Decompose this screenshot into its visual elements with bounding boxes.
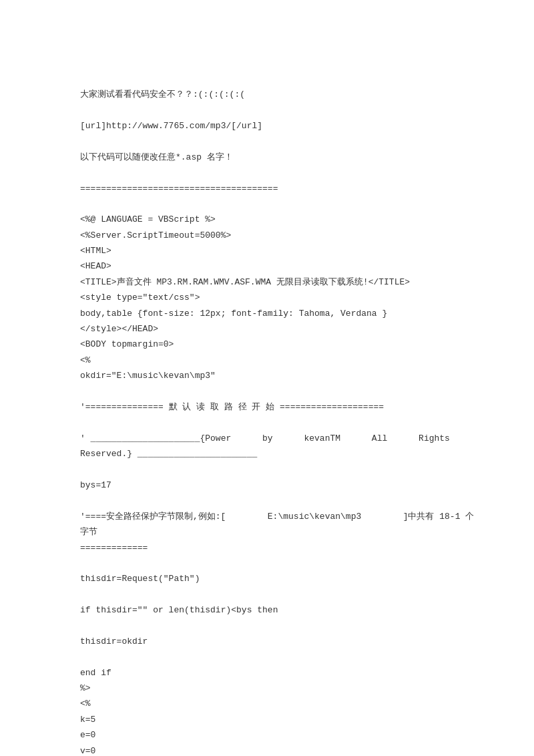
- code-line-l31: =============: [80, 540, 481, 556]
- code-line-l43: e=0: [80, 727, 481, 743]
- code-line-l13: <HTML>: [80, 243, 481, 258]
- code-line-l37: thisdir=okdir: [80, 634, 481, 649]
- code-line-l40: %>: [80, 681, 481, 696]
- code-line-l41: <%: [80, 696, 481, 711]
- code-line-l7: 以下代码可以随便改任意*.asp 名字！: [80, 150, 481, 165]
- code-line-l17: body,table {font-size: 12px; font-family…: [80, 306, 481, 321]
- code-line-l8: [80, 165, 481, 180]
- code-line-l18: </style></HEAD>: [80, 321, 481, 337]
- code-line-l34: [80, 587, 481, 602]
- code-line-l28: bys=17: [80, 478, 481, 493]
- code-line-l27: [80, 462, 481, 478]
- code-line-l3: 大家测试看看代码安全不？？:(:(:(:(:(: [80, 87, 481, 102]
- code-line-l33: thisdir=Request("Path"): [80, 571, 481, 586]
- code-line-l26: Reserved.} _______________________: [80, 446, 481, 461]
- code-line-l36: [80, 618, 481, 633]
- code-line-l1: [80, 55, 481, 71]
- code-line-l38: [80, 649, 481, 665]
- code-line-l42: k=5: [80, 712, 481, 727]
- code-line-l39: end if: [80, 665, 481, 681]
- code-line-l14: <HEAD>: [80, 258, 481, 274]
- code-line-l16: <style type="text/css">: [80, 290, 481, 305]
- code-line-l20: <%: [80, 353, 481, 368]
- main-content: 大家测试看看代码安全不？？:(:(:(:(:([url]http://www.7…: [80, 40, 481, 756]
- code-line-l35: if thisdir="" or len(thisdir)<bys then: [80, 602, 481, 618]
- code-line-l32: [80, 556, 481, 571]
- code-line-l15: <TITLE>声音文件 MP3.RM.RAM.WMV.ASF.WMA 无限目录读…: [80, 274, 481, 290]
- code-line-l4: [80, 103, 481, 118]
- code-line-l29: [80, 493, 481, 508]
- code-line-l24: [80, 415, 481, 430]
- code-line-l44: v=0: [80, 743, 481, 756]
- code-line-l10: [80, 196, 481, 212]
- code-line-l12: <%Server.ScriptTimeout=5000%>: [80, 228, 481, 243]
- code-line-l30: '====安全路径保护字节限制,例如:[ E:\music\kevan\mp3 …: [80, 509, 481, 540]
- code-line-l5: [url]http://www.7765.com/mp3/[/url]: [80, 118, 481, 134]
- code-line-l25: ' _____________________{Power by kevanTM…: [80, 431, 481, 446]
- code-line-l21: okdir="E:\music\kevan\mp3": [80, 368, 481, 383]
- code-line-l11: <%@ LANGUAGE = VBScript %>: [80, 212, 481, 227]
- code-line-l2: [80, 71, 481, 87]
- code-line-l9: ======================================: [80, 181, 481, 196]
- code-line-l19: <BODY topmargin=0>: [80, 337, 481, 352]
- code-line-l22: [80, 384, 481, 399]
- code-line-l6: [80, 134, 481, 149]
- code-line-l23: '=============== 默 认 读 取 路 径 开 始 =======…: [80, 399, 481, 415]
